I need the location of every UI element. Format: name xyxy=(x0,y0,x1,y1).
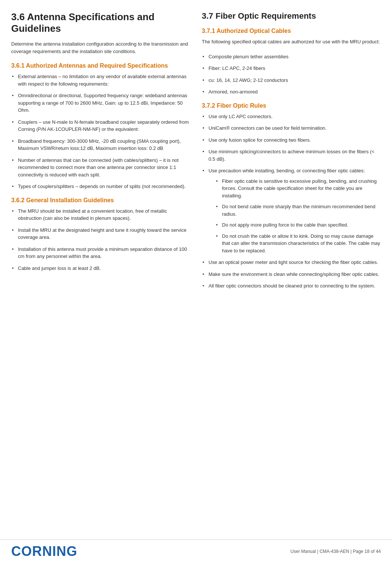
footer-page-info: User Manual | CMA-438-AEN | Page 18 of 4… xyxy=(290,549,381,554)
section-36-intro: Determine the antenna installation confi… xyxy=(11,40,191,55)
sub-list-item: Fiber optic cable is sensitive to excess… xyxy=(216,178,381,200)
list-item: UniCam® connectors can be used for field… xyxy=(202,124,381,132)
list-item: Types of couplers/splitters – depends on… xyxy=(11,183,191,190)
section-362-title: 3.6.2 General Installation Guidelines xyxy=(11,197,191,204)
list-item: Installation of this antenna must provid… xyxy=(11,246,191,260)
list-item: Install the MRU at the designated height… xyxy=(11,227,191,241)
section-362-list: The MRU should be installed at a conveni… xyxy=(11,207,191,272)
corning-logo: CORNING xyxy=(11,544,77,559)
list-item: Cable and jumper loss is at least 2 dB. xyxy=(11,265,191,272)
list-item: Couplers – use N-male to N-female broadb… xyxy=(11,119,191,133)
list-item: Omnidirectional or directional, Supporte… xyxy=(11,92,191,114)
section-371-intro: The following specified optical cables a… xyxy=(202,38,381,46)
list-item: All fiber optic connectors should be cle… xyxy=(202,282,381,290)
list-item: Use only fusion splice for connecting tw… xyxy=(202,136,381,144)
section-371-list: Composite plenum tether assemblies Fiber… xyxy=(202,53,381,96)
list-item: Use an optical power meter and light sou… xyxy=(202,259,381,266)
list-item: Armored, non-armored xyxy=(202,88,381,96)
sub-list-item: Do not bend cable more sharply than the … xyxy=(216,203,381,218)
list-item: Number of antennas that can be connected… xyxy=(11,157,191,179)
page-footer: CORNING User Manual | CMA-438-AEN | Page… xyxy=(0,539,392,563)
section-36-title: 3.6 Antenna Specifications and Guideline… xyxy=(11,11,191,34)
list-item: External antennas – no limitation on any… xyxy=(11,73,191,87)
section-372-list: Use only LC APC connectors. UniCam® conn… xyxy=(202,113,381,290)
section-361-list: External antennas – no limitation on any… xyxy=(11,73,191,190)
sub-list-item: Do not crush the cable or allow it to ki… xyxy=(216,233,381,255)
list-item: Make sure the environment is clean while… xyxy=(202,271,381,278)
list-item: Use minimum splicing/connectors to achie… xyxy=(202,148,381,163)
right-column: 3.7 Fiber Optic Requirements 3.7.1 Autho… xyxy=(202,11,381,294)
list-item: The MRU should be installed at a conveni… xyxy=(11,207,191,222)
section-372-title: 3.7.2 Fiber Optic Rules xyxy=(202,102,381,109)
list-item: Broadband frequency: 300-3000 MHz, -20 d… xyxy=(11,138,191,152)
sub-bullet-list: Fiber optic cable is sensitive to excess… xyxy=(216,178,381,255)
left-column: 3.6 Antenna Specifications and Guideline… xyxy=(11,11,191,294)
list-item: cu: 16, 14, 12 AWG; 2-12 conductors xyxy=(202,77,381,84)
list-item: Composite plenum tether assemblies xyxy=(202,53,381,61)
list-item-precaution: Use precaution while installing, bending… xyxy=(202,167,381,254)
sub-list-item: Do not apply more pulling force to the c… xyxy=(216,221,381,229)
section-37-title: 3.7 Fiber Optic Requirements xyxy=(202,11,381,21)
list-item: Fiber: LC APC, 2-24 fibers xyxy=(202,65,381,72)
list-item: Use only LC APC connectors. xyxy=(202,113,381,120)
section-361-title: 3.6.1 Authorized Antennas and Required S… xyxy=(11,62,191,69)
section-371-title: 3.7.1 Authorized Optical Cables xyxy=(202,28,381,34)
